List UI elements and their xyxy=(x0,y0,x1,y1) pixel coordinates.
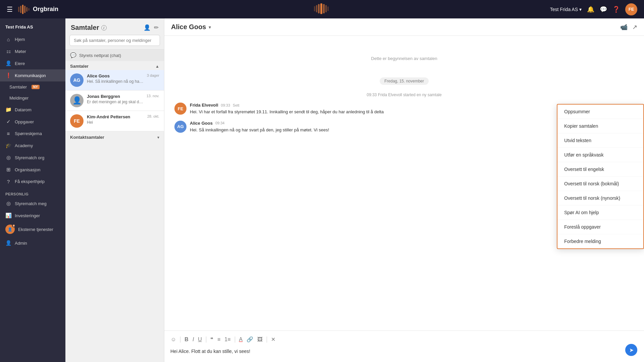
conversation-kim[interactable]: FE Kim-André Pettersen Hei 28. okt. xyxy=(65,111,164,131)
send-button[interactable]: ➤ xyxy=(625,344,637,356)
sidebar-item-eksperthjelp[interactable]: ? Få eksperthjelp xyxy=(0,176,65,187)
sidebar-label-organisasjon: Organisasjon xyxy=(15,167,41,172)
sidebar-label-meldinger: Meldinger xyxy=(9,96,29,101)
ordered-list-icon[interactable]: 1≡ xyxy=(223,336,231,343)
ai-menu-spor-ai[interactable]: Spør AI om hjelp xyxy=(557,205,643,220)
sidebar-item-datarom[interactable]: 📁 Datarom xyxy=(0,104,65,116)
conversation-jonas[interactable]: 👤 Jonas Berggren Er det meningen at jeg … xyxy=(65,90,164,111)
info-icon[interactable]: i xyxy=(101,25,107,31)
samtaler-title: Samtaler i xyxy=(71,24,107,32)
ai-menu-utvid[interactable]: Utvid teksten xyxy=(557,133,643,148)
kontakt-arrow-icon[interactable]: ▾ xyxy=(157,135,159,140)
alice-avatar: AG xyxy=(70,73,84,87)
text-color-icon[interactable]: A xyxy=(238,336,244,343)
styrematch-icon: ◎ xyxy=(5,155,11,161)
section-arrow-icon[interactable]: ▲ xyxy=(155,64,159,69)
jonas-avatar: 👤 xyxy=(70,94,84,107)
ai-menu-engelsk[interactable]: Oversett til engelsk xyxy=(557,162,643,177)
bell-icon[interactable]: 🔔 xyxy=(587,6,594,13)
sidebar-item-styrematch[interactable]: ◎ Styrematch org xyxy=(0,152,65,164)
frida-msg-seen: Sett xyxy=(233,103,239,107)
ai-menu-bokmaal[interactable]: Oversett til norsk (bokmål) xyxy=(557,177,643,191)
bold-icon[interactable]: B xyxy=(183,336,190,343)
sidebar-label-admin: Admin xyxy=(15,241,27,246)
sidebar-item-academy[interactable]: 🎓 Academy xyxy=(0,139,65,152)
samtaler-header: Samtaler i 👤 ✏ xyxy=(65,18,164,35)
topbar: ☰ Orgbrain Test Frida AS ▾ xyxy=(0,0,644,18)
ai-menu-kopier[interactable]: Kopier samtalen xyxy=(557,119,643,133)
folder-icon: 📁 xyxy=(5,107,11,113)
conversation-alice[interactable]: AG Alice Goos Hei. Så innkallingen nå og… xyxy=(65,70,164,90)
sidebar-label-moter: Møter xyxy=(15,49,26,54)
jonas-preview: Er det meningen at jeg skal delt... xyxy=(87,100,143,104)
sidebar-item-admin[interactable]: 👤 Admin xyxy=(0,237,65,249)
sidebar-item-oppgaver[interactable]: ✓ Oppgaver xyxy=(0,116,65,128)
user-avatar[interactable]: FE xyxy=(625,3,637,15)
bullet-list-icon[interactable]: ≡ xyxy=(216,336,221,343)
sidebar-item-styrematch-meg[interactable]: ◎ Styrematch meg xyxy=(0,197,65,209)
sidebar-label-samtaler: Samtaler xyxy=(9,84,27,89)
profile-icon[interactable]: 👤 xyxy=(144,24,151,31)
chevron-down-icon[interactable]: ▾ xyxy=(209,24,211,30)
ai-menu-oppsummer[interactable]: Oppsummer xyxy=(557,105,643,119)
svg-rect-11 xyxy=(325,5,327,12)
video-icon[interactable]: 📹 xyxy=(620,23,628,31)
sidebar-item-samtaler[interactable]: Samtaler NY xyxy=(0,81,65,93)
invest-icon: 📊 xyxy=(5,213,11,219)
alice-name: Alice Goos xyxy=(87,73,144,78)
sidebar-item-meldinger[interactable]: Meldinger xyxy=(0,93,65,104)
help-icon[interactable]: ❓ xyxy=(612,6,620,13)
sidebar-item-investeringer[interactable]: 📊 Investeringer xyxy=(0,209,65,222)
alice-msg-sender: Alice Goos xyxy=(190,121,213,126)
blockquote-icon[interactable]: ❝ xyxy=(209,336,214,343)
message-input[interactable]: Hei Alice. Flott at du kan stille, vi se… xyxy=(170,347,639,357)
sidebar-item-eiere[interactable]: 👤 Eiere xyxy=(0,57,65,69)
alice-msg-avatar: AG xyxy=(174,121,186,133)
tasks-icon: ✓ xyxy=(5,119,11,125)
ai-menu-sprakvask[interactable]: Utfør en språkvask xyxy=(557,148,643,162)
exit-icon[interactable]: ↗ xyxy=(632,23,637,31)
frida-msg-sender: Frida Elvevoll xyxy=(190,103,218,108)
frida-msg-avatar: FE xyxy=(174,103,186,115)
sidebar-label-oppgaver: Oppgaver xyxy=(15,119,34,124)
compose-icon[interactable]: ✏ xyxy=(154,24,159,31)
samtaler-title-icons: 👤 ✏ xyxy=(144,24,159,31)
expert-icon: ? xyxy=(5,179,11,184)
chat-icon[interactable]: 💬 xyxy=(600,6,607,13)
sidebar-item-moter[interactable]: ⚏ Møter xyxy=(0,45,65,57)
kim-avatar: FE xyxy=(70,114,84,128)
svg-rect-9 xyxy=(320,3,322,14)
sidebar-label-externe: Eksterne tjenester xyxy=(18,227,53,232)
sidebar-item-organisasjon[interactable]: ⊞ Organisasjon xyxy=(0,164,65,176)
sidebar-item-kommunikasjon[interactable]: ❗ Kommunikasjon xyxy=(0,69,65,81)
sidebar-item-eksterne[interactable]: 👤 2 Eksterne tjenester xyxy=(0,222,65,237)
date-divider: Fredag, 15. november xyxy=(174,78,634,84)
italic-icon[interactable]: I xyxy=(192,336,195,343)
search-input[interactable] xyxy=(69,35,160,46)
admin-icon: 👤 xyxy=(5,240,11,246)
hamburger-icon[interactable]: ☰ xyxy=(7,5,13,13)
image-icon[interactable]: 🖼 xyxy=(256,336,264,343)
chat-group-label[interactable]: 💬 Styrets nettprat (chat) xyxy=(65,49,164,61)
sidebar-label-eiere: Eiere xyxy=(15,61,25,66)
link-icon[interactable]: 🔗 xyxy=(246,336,254,343)
topbar-center xyxy=(314,3,330,15)
underline-icon[interactable]: U xyxy=(197,336,203,343)
kim-preview: Hei xyxy=(87,120,144,125)
chat-bubble-icon: 💬 xyxy=(70,52,76,58)
kontakt-section[interactable]: Kontaktsamtaler ▾ xyxy=(65,131,164,143)
ai-menu-forbedre[interactable]: Forbedre melding xyxy=(557,234,643,248)
close-toolbar-icon[interactable]: ✕ xyxy=(270,336,276,343)
svg-rect-4 xyxy=(26,7,28,12)
sidebar-item-hjem[interactable]: ⌂ Hjem xyxy=(0,34,65,45)
ai-menu-nynorsk[interactable]: Oversett til norsk (nynorsk) xyxy=(557,191,643,205)
alice-msg-time: 09:34 xyxy=(215,121,225,125)
svg-rect-1 xyxy=(20,6,21,13)
sidebar-org: Test Frida AS xyxy=(0,22,65,34)
emoji-icon[interactable]: ☺ xyxy=(170,336,177,343)
chat-group-text: Styrets nettprat (chat) xyxy=(79,53,121,58)
org-selector[interactable]: Test Frida AS ▾ xyxy=(550,7,582,12)
sidebar-item-sporreskjema[interactable]: ≡ Spørreskjema xyxy=(0,128,65,139)
alice-preview: Hei. Så innkallingen nå og har s... xyxy=(87,79,144,84)
ai-menu-foresla[interactable]: Foreslå oppgaver xyxy=(557,220,643,234)
